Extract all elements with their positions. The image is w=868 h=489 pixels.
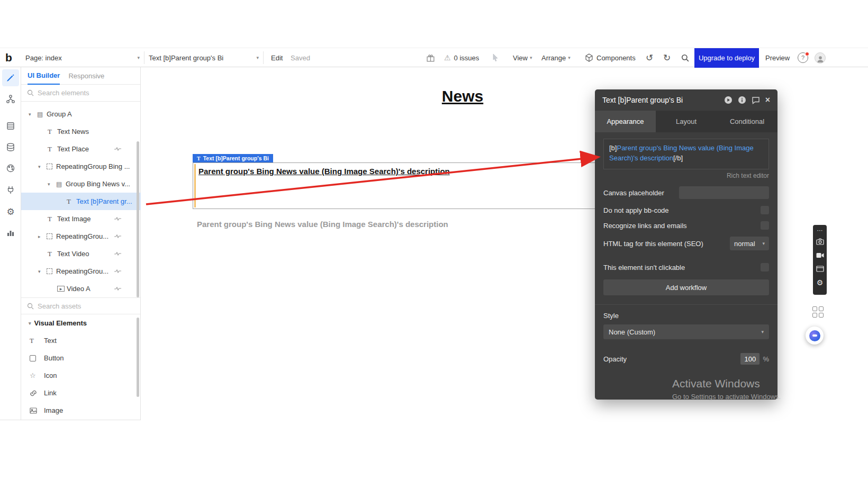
camera-icon[interactable] bbox=[813, 234, 827, 248]
caret-down-icon[interactable]: ▾ bbox=[38, 269, 47, 274]
bb-code-checkbox[interactable] bbox=[761, 206, 769, 214]
canvas-placeholder-input[interactable] bbox=[679, 186, 769, 199]
html-tag-row: HTML tag for this element (SEO) normal ▾ bbox=[603, 237, 769, 250]
search-icon[interactable] bbox=[681, 48, 689, 67]
rich-text-editor-link[interactable]: Rich text editor bbox=[603, 172, 769, 179]
gift-icon[interactable] bbox=[426, 48, 435, 67]
window-icon[interactable] bbox=[813, 262, 827, 276]
caret-down-icon[interactable]: ▾ bbox=[38, 164, 47, 169]
tree-item-group-a[interactable]: ▾ ▤ Group A bbox=[21, 105, 141, 123]
caret-down-icon[interactable]: ▾ bbox=[48, 182, 56, 187]
tree-item-video-a[interactable]: ▶ Video A bbox=[21, 280, 141, 297]
visual-elements-title: Visual Elements bbox=[34, 319, 87, 327]
edit-menu[interactable]: Edit bbox=[271, 48, 283, 67]
palette-item-button[interactable]: Button bbox=[21, 349, 140, 367]
tree-item-repeatinggroup-bing[interactable]: ▾ RepeatingGroup Bing ... bbox=[21, 158, 141, 175]
logs-button[interactable] bbox=[2, 224, 19, 241]
info-icon[interactable] bbox=[738, 96, 746, 104]
workflow-mode-button[interactable] bbox=[2, 90, 19, 107]
palette-item-image[interactable]: Image bbox=[21, 402, 140, 419]
components-button[interactable]: Components bbox=[585, 48, 636, 67]
more-icon[interactable]: ⋯ bbox=[813, 226, 827, 234]
palette-item-icon[interactable]: ☆ Icon bbox=[21, 367, 140, 384]
clickable-checkbox[interactable] bbox=[761, 263, 769, 271]
dynamic-data-icon bbox=[114, 147, 122, 151]
tree-item-text-place[interactable]: T Text Place bbox=[21, 140, 141, 158]
element-selector[interactable]: Text [b]Parent group's Bi ▾ bbox=[149, 48, 259, 67]
preview-button[interactable]: Preview bbox=[765, 48, 790, 67]
pencil-icon bbox=[6, 73, 15, 83]
design-mode-button[interactable] bbox=[2, 69, 19, 86]
gear-icon[interactable]: ⚙ bbox=[813, 276, 827, 289]
palette-item-text[interactable]: T Text bbox=[21, 332, 140, 349]
opacity-row: Opacity 100 % bbox=[603, 353, 769, 365]
search-elements-input[interactable]: Search elements bbox=[21, 85, 140, 102]
tree-item-text-news[interactable]: T Text News bbox=[21, 123, 141, 140]
database-icon bbox=[6, 142, 15, 152]
caret-right-icon[interactable]: ▸ bbox=[38, 234, 47, 239]
settings-button[interactable]: ⚙ bbox=[2, 203, 19, 220]
search-assets-input[interactable]: Search assets bbox=[21, 297, 140, 314]
tree-item-label: Text Image bbox=[57, 215, 91, 223]
divider bbox=[595, 304, 777, 305]
property-editor-header[interactable]: Text [b]Parent group's Bi × bbox=[595, 89, 777, 111]
opacity-input[interactable]: 100 bbox=[740, 353, 760, 365]
tab-ui-builder[interactable]: UI Builder bbox=[28, 67, 60, 85]
help-button[interactable]: ? bbox=[798, 48, 808, 67]
bb-open-tag: [b] bbox=[609, 144, 617, 152]
caret-down-icon: ▾ bbox=[29, 321, 31, 326]
cursor-tool-icon[interactable] bbox=[492, 48, 499, 67]
data-button[interactable] bbox=[2, 139, 19, 156]
tab-appearance[interactable]: Appearance bbox=[595, 111, 656, 132]
tab-responsive[interactable]: Responsive bbox=[68, 67, 104, 85]
tree-item-text-image[interactable]: T Text Image bbox=[21, 210, 141, 228]
visual-elements-header[interactable]: ▾ Visual Elements bbox=[21, 314, 140, 332]
bb-code-row: Do not apply bb-code bbox=[603, 206, 769, 214]
issues-indicator[interactable]: ⚠ 0 issues bbox=[444, 48, 479, 67]
pages-button[interactable] bbox=[2, 117, 19, 134]
html-tag-dropdown[interactable]: normal ▾ bbox=[730, 237, 769, 250]
gear-icon: ⚙ bbox=[6, 206, 14, 218]
rich-text-editor[interactable]: [b]Parent group's Bing News value (Bing … bbox=[603, 139, 769, 169]
selection-label-chip[interactable]: T Text [b]Parent group's Bi bbox=[193, 154, 273, 162]
top-toolbar: b Page: index ▾ Text [b]Parent group's B… bbox=[0, 48, 868, 67]
run-icon[interactable] bbox=[724, 96, 733, 104]
video-icon: ▶ bbox=[57, 286, 67, 292]
chat-widget[interactable] bbox=[806, 327, 824, 345]
arrange-menu[interactable]: Arrange ▾ bbox=[541, 48, 571, 67]
text-icon: T bbox=[48, 128, 57, 136]
undo-icon[interactable]: ↺ bbox=[646, 48, 653, 67]
html-tag-value: normal bbox=[734, 240, 755, 248]
notification-dot bbox=[805, 52, 809, 56]
tree-item-repeatinggroup-3[interactable]: ▾ RepeatingGrou... bbox=[21, 262, 141, 280]
text-icon: T bbox=[197, 156, 201, 161]
text-element-below[interactable]: Parent group's Bing News value (Bing Ima… bbox=[197, 220, 448, 229]
account-button[interactable] bbox=[815, 48, 826, 67]
tree-item-group-bing-news[interactable]: ▾ ▤ Group Bing News v... bbox=[21, 175, 141, 193]
video-camera-icon[interactable] bbox=[813, 248, 827, 262]
tree-item-label: RepeatingGrou... bbox=[56, 232, 108, 240]
page-selector[interactable]: Page: index ▾ bbox=[25, 48, 140, 67]
caret-down-icon[interactable]: ▾ bbox=[29, 112, 37, 117]
tree-scrollbar[interactable] bbox=[137, 141, 139, 297]
palette-item-link[interactable]: Link bbox=[21, 384, 140, 402]
tree-item-repeatinggroup-2[interactable]: ▸ RepeatingGrou... bbox=[21, 228, 141, 245]
links-emails-checkbox[interactable] bbox=[761, 221, 769, 230]
palette-item-label: Link bbox=[44, 389, 57, 397]
close-icon[interactable]: × bbox=[765, 95, 770, 105]
tree-item-text-parent-selected[interactable]: T Text [b]Parent gr... bbox=[21, 193, 141, 210]
tree-item-text-video[interactable]: T Text Video bbox=[21, 245, 141, 262]
upgrade-to-deploy-button[interactable]: Upgrade to deploy bbox=[694, 48, 759, 68]
style-dropdown[interactable]: None (Custom) ▾ bbox=[603, 324, 769, 339]
redo-icon[interactable]: ↻ bbox=[663, 48, 671, 67]
tab-conditional[interactable]: Conditional bbox=[717, 111, 777, 132]
component-grid-icon[interactable] bbox=[812, 306, 824, 318]
assets-scrollbar[interactable] bbox=[137, 318, 139, 397]
comment-icon[interactable] bbox=[752, 96, 760, 104]
tab-layout[interactable]: Layout bbox=[656, 111, 717, 132]
components-label: Components bbox=[596, 54, 636, 62]
plugins-button[interactable] bbox=[2, 182, 19, 198]
styles-button[interactable] bbox=[2, 160, 19, 177]
add-workflow-button[interactable]: Add workflow bbox=[603, 279, 769, 295]
view-menu[interactable]: View ▾ bbox=[513, 48, 532, 67]
